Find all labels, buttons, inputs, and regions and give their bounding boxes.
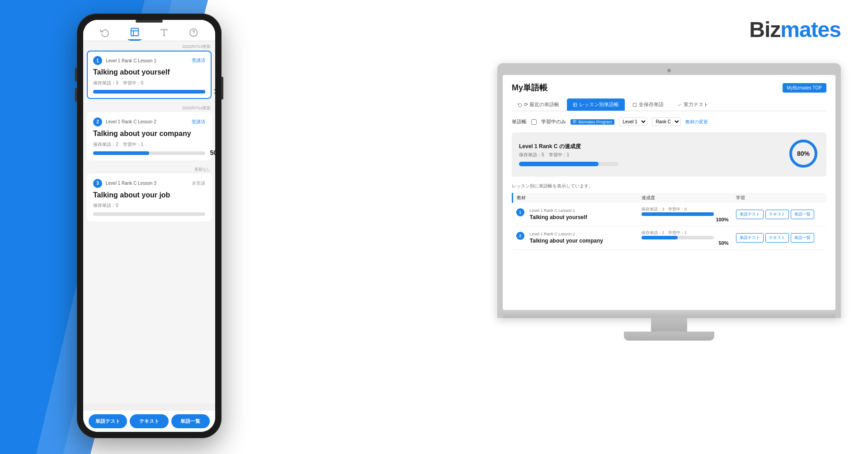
phone-nav-bar [83,20,215,41]
desktop-tabs: ⟳ 最近の単語帳 レッスン別単語帳 全保存単語 実力テスト [512,98,826,111]
phone-nav-wordbook[interactable] [130,27,140,41]
progress-summary-left: Level 1 Rank C の達成度 保存単語：5 学習中：1 [519,143,778,166]
lesson-table: 教材 達成度 学習 1 Level 1 Ra [512,193,826,250]
desktop-app: My単語帳 MyBizmates TOP ⟳ 最近の単語帳 レッスン別単語帳 [503,75,835,310]
filter-rank-select[interactable]: Rank C [652,117,681,126]
tab-all-vocab[interactable]: 全保存単語 [627,98,670,111]
lesson-2-badge: 2 [516,232,524,240]
lesson-2-meta: 保存単語：2 学習中：1 [642,230,728,236]
phone-card-1[interactable]: 1 Level 1 Rank C Lesson 1 受講済 Talking ab… [87,51,212,99]
lesson-1-title: Talking about yourself [530,214,587,220]
phone-card3-rank: Level 1 Rank C Lesson 3 [106,181,192,186]
monitor-screen: My単語帳 MyBizmates TOP ⟳ 最近の単語帳 レッスン別単語帳 [503,75,835,310]
svg-rect-7 [573,103,577,107]
lesson-1-progress-cell: 保存単語：3 学習中：0 100% [638,203,732,226]
phone-card1-title: Talking about yourself [93,68,205,77]
desktop-header: My単語帳 MyBizmates TOP [512,82,826,93]
phone-vocab-list-btn[interactable]: 単語一覧 [171,414,210,428]
phone-nav-history[interactable] [100,28,109,40]
phone-card3-progress [93,212,205,216]
logo: Bizmates [749,17,841,42]
phone-notch [136,20,163,23]
phone-card2-pct: 50％ [210,149,215,157]
lesson-1-badge: 1 [516,208,524,216]
phone-card1-status: 受講済 [192,57,205,64]
desktop-app-title: My単語帳 [512,82,547,93]
tab-test[interactable]: 実力テスト [671,98,714,111]
lesson-1-text-btn[interactable]: テキスト [765,210,789,219]
tab-recent[interactable]: ⟳ 最近の単語帳 [512,98,565,111]
lesson-1-progress-bar [642,212,714,216]
progress-summary-right: 80% [788,138,819,171]
phone-mockup: 2022/07/13更新 1 Level 1 Rank C Lesson 1 受… [77,14,222,438]
filter-vocab-label: 単語帳 [512,118,527,125]
lesson-1-material: 1 Level 1 Rank C Lesson 1 Talking about … [513,203,638,226]
lesson-2-test-btn[interactable]: 単語テスト [736,233,764,243]
logo-mates: mates [780,18,841,42]
table-header-material: 教材 [513,193,638,203]
svg-rect-10 [633,103,637,107]
lesson-row-2: 2 Level 1 Rank C Lesson 2 Talking about … [513,226,827,250]
svg-rect-11 [573,120,576,123]
phone-screen: 2022/07/13更新 1 Level 1 Rank C Lesson 1 受… [83,20,215,432]
phone-card3-date: 更新なし [83,164,215,173]
logo-biz: Biz [749,18,780,42]
monitor-stand-base [624,332,714,341]
lesson-2-rank: Level 1 Rank C Lesson 2 [530,232,603,236]
lesson-1-rank: Level 1 Rank C Lesson 1 [530,208,587,213]
lesson-2-list-btn[interactable]: 単語一覧 [791,233,814,243]
progress-summary-title: Level 1 Rank C の達成度 [519,143,778,150]
progress-circle-svg: 80% [788,138,819,169]
phone-card-3[interactable]: 3 Level 1 Rank C Lesson 3 未受講 Talking ab… [87,173,212,222]
progress-bar-fill [519,162,599,166]
lesson-2-text-btn[interactable]: テキスト [765,233,789,243]
lesson-2-fill [642,236,678,239]
lesson-2-progress-bar [642,236,714,239]
lesson-2-actions: 単語テスト テキスト 単語一覧 [732,226,826,250]
lesson-note: レッスン別に単語帳を表示しています。 [512,183,826,189]
lesson-2-buttons: 単語テスト テキスト 単語一覧 [736,233,823,243]
filter-studying-checkbox[interactable] [531,119,537,125]
lesson-1-test-btn[interactable]: 単語テスト [736,210,764,219]
lesson-2-pct: 50% [642,240,728,246]
phone-content: 2022/07/13更新 1 Level 1 Rank C Lesson 1 受… [83,41,215,403]
phone-card2-title: Talking about your company [93,129,205,139]
phone-card3-meta: 保存単語：0 [93,202,205,209]
filter-program-badge: Bizmates Program [571,119,614,125]
phone-text-btn[interactable]: テキスト [130,414,168,428]
phone-card1-progress: 100％ [93,90,205,94]
lesson-2-progress-cell: 保存単語：2 学習中：1 50% [638,226,732,250]
phone-card2-rank: Level 1 Rank C Lesson 2 [106,119,192,124]
phone-card1-date: 2022/07/13更新 [83,41,215,51]
lesson-1-pct: 100% [642,217,728,222]
lesson-1-fill [642,212,714,216]
table-header-study: 学習 [732,193,826,203]
phone-card2-meta: 保存単語：2 学習中：1 [93,141,205,148]
tab-lesson[interactable]: レッスン別単語帳 [567,98,625,111]
monitor-outer: My単語帳 MyBizmates TOP ⟳ 最近の単語帳 レッスン別単語帳 [497,63,841,318]
lesson-2-title: Talking about your company [530,238,603,244]
phone-card2-number: 2 [93,117,102,126]
lesson-1-list-btn[interactable]: 単語一覧 [791,210,814,219]
phone-card1-rank: Level 1 Rank C Lesson 1 [106,58,192,63]
monitor-stand-neck [651,318,687,332]
mybizmates-top-btn[interactable]: MyBizmates TOP [783,83,826,93]
lesson-1-buttons: 単語テスト テキスト 単語一覧 [736,210,823,219]
phone-card3-title: Talking about your job [93,191,205,200]
monitor-bottom-bezel [503,310,835,318]
lesson-1-actions: 単語テスト テキスト 単語一覧 [732,203,826,226]
phone-card3-number: 3 [93,179,102,188]
phone-card1-number: 1 [93,56,102,65]
desktop-mockup: My単語帳 MyBizmates TOP ⟳ 最近の単語帳 レッスン別単語帳 [497,63,841,341]
svg-text:80%: 80% [797,150,810,157]
filter-level-select[interactable]: Level 1 [619,117,647,126]
progress-bar-desktop [519,162,618,166]
phone-vocab-test-btn[interactable]: 単語テスト [89,414,127,428]
change-material-btn[interactable]: 教材の変更 [685,119,708,125]
desktop-filter-row: 単語帳 学習中のみ Bizmates Program Level 1 Rank … [512,117,826,126]
phone-nav-text[interactable] [160,28,169,40]
phone-nav-help[interactable] [189,28,198,40]
phone-card3-status: 未受講 [192,180,205,187]
phone-card-2[interactable]: 2 Level 1 Rank C Lesson 2 受講済 Talking ab… [87,112,212,160]
phone-card2-date: 2022/07/14更新 [83,103,215,112]
